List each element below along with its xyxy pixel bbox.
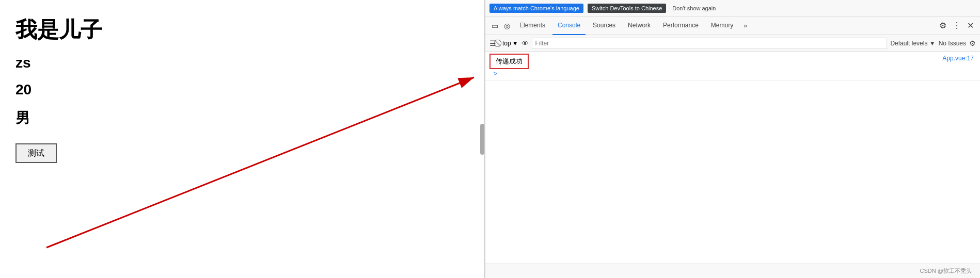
device-toggle-icon[interactable]: ▭ [489, 21, 500, 31]
devtools-panel: Always match Chrome's language Switch De… [485, 0, 980, 278]
tab-more[interactable]: » [740, 20, 750, 31]
no-issues-label: No Issues [939, 40, 966, 47]
match-language-button[interactable]: Always match Chrome's language [489, 4, 583, 13]
watermark-text: CSDN @软工不秃头 [920, 267, 972, 275]
page-field-gender: 男 [15, 108, 469, 128]
resize-handle[interactable] [480, 124, 484, 155]
tab-sources[interactable]: Sources [588, 17, 621, 35]
page-field-name: zs [15, 55, 469, 71]
live-expressions-icon[interactable]: 👁 [521, 39, 529, 47]
console-message-box: 传递成功 [489, 54, 529, 69]
inspect-icon[interactable]: ◎ [502, 21, 512, 31]
tab-elements[interactable]: Elements [514, 17, 550, 35]
tab-console[interactable]: Console [552, 17, 586, 35]
devtools-tabs: ▭ ◎ Elements Console Sources Network Per… [485, 17, 980, 35]
console-toolbar: ☰ ⃠ top ▼ 👁 Default levels ▼ No Issues ⚙ [485, 35, 980, 52]
console-output: 传递成功 > App.vue:17 [485, 52, 980, 264]
dont-show-label: Don't show again [672, 5, 716, 11]
console-log-entry: 传递成功 > App.vue:17 [485, 52, 980, 81]
page-area: 我是儿子 zs 20 男 测试 [0, 0, 485, 278]
context-label: top [502, 40, 511, 47]
tab-network[interactable]: Network [623, 17, 656, 35]
console-sidebar-icon[interactable]: ☰ [489, 39, 496, 47]
devtools-topbar: Always match Chrome's language Switch De… [485, 0, 980, 17]
console-settings-icon[interactable]: ⚙ [969, 39, 976, 47]
default-levels-dropdown[interactable]: Default levels ▼ [890, 40, 935, 47]
close-icon[interactable]: ✕ [965, 19, 976, 32]
console-expand-arrow[interactable]: > [489, 69, 529, 78]
page-title: 我是儿子 [15, 15, 469, 44]
test-button[interactable]: 测试 [15, 143, 57, 163]
page-field-age: 20 [15, 81, 469, 98]
switch-language-button[interactable]: Switch DevTools to Chinese [588, 4, 666, 13]
settings-icon[interactable]: ⚙ [937, 19, 949, 32]
tab-performance[interactable]: Performance [658, 17, 704, 35]
context-dropdown-icon[interactable]: ▼ [512, 40, 518, 47]
console-context-selector[interactable]: top ▼ [502, 40, 518, 47]
page-content: 我是儿子 zs 20 男 测试 [15, 15, 469, 163]
console-filter-input[interactable] [532, 38, 888, 49]
more-options-icon[interactable]: ⋮ [951, 19, 963, 32]
tab-memory[interactable]: Memory [706, 17, 738, 35]
devtools-bottom-bar: CSDN @软工不秃头 [485, 264, 980, 278]
console-message-text: 传递成功 [496, 57, 523, 65]
console-source-link[interactable]: App.vue:17 [942, 55, 974, 62]
